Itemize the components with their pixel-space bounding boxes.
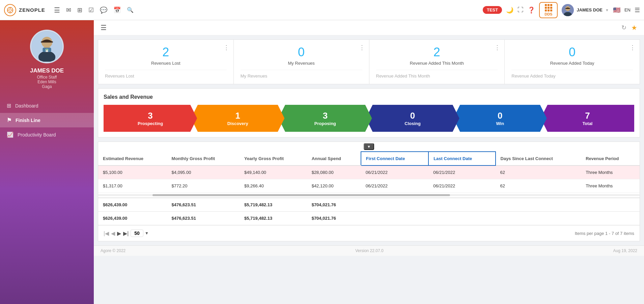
stat-card-revenue-today: ⋮ 0 Revenue Added Today Revenue Added To… <box>504 39 640 84</box>
card-menu-icon-1[interactable]: ⋮ <box>223 44 229 51</box>
cell-estimated-revenue: $1,317.00 <box>98 179 167 193</box>
cell-first-connect: 06/21/2022 <box>361 165 428 179</box>
nav-hamburger-icon[interactable]: ☰ <box>54 6 60 14</box>
scroll-thumb[interactable] <box>152 194 450 196</box>
stat-number-revenue-today: 0 <box>511 45 633 59</box>
search-icon[interactable]: 🔍 <box>127 7 134 13</box>
grand-revenue-period <box>581 212 640 225</box>
pagination-info: Items per page 1 - 7 of 7 items <box>575 231 634 236</box>
per-page-value: 50 <box>131 230 143 237</box>
dds-label: DDS <box>544 12 552 16</box>
funnel-num-win: 0 <box>498 111 502 121</box>
dashboard-icon: ⊞ <box>7 102 11 109</box>
stat-title-my-revenues: My Revenues <box>241 61 362 66</box>
cell-monthly-gp: $772.20 <box>167 179 240 193</box>
card-menu-icon-3[interactable]: ⋮ <box>494 44 500 51</box>
stat-title-revenues-lost: Revenues Lost <box>105 61 227 66</box>
col-estimated-revenue: Estimated Revenue <box>98 152 167 165</box>
user-area[interactable]: JAMES DOE ▼ <box>562 4 609 16</box>
card-menu-icon-2[interactable]: ⋮ <box>359 44 365 51</box>
profile-org: Gaga <box>42 84 52 89</box>
sidebar-item-label-productivity: Productivity Board <box>18 132 56 138</box>
card-menu-icon-4[interactable]: ⋮ <box>629 44 636 51</box>
logo-area: ZENOPLE <box>4 4 45 16</box>
refresh-icon[interactable]: ↻ <box>621 24 626 31</box>
funnel-label-win: Win <box>496 121 504 126</box>
chat-icon[interactable]: 💬 <box>100 6 107 14</box>
prev-page-button[interactable]: ◀ <box>111 230 115 237</box>
funnel-stage-closing[interactable]: 0Closing <box>366 105 459 132</box>
profile-name: JAMES DOE <box>30 67 64 74</box>
sidebar-item-label-finishline: Finish Line <box>16 118 40 123</box>
options-icon[interactable]: ☰ <box>635 6 640 14</box>
cell-annual-spend: $42,120.00 <box>307 179 361 193</box>
total-first-connect <box>361 198 428 212</box>
next-page-button[interactable]: ▶ <box>117 230 121 237</box>
dds-button[interactable]: DDS <box>539 2 558 18</box>
secondary-header: ☰ ↻ ★ <box>94 20 644 35</box>
footer-bar: Agore © 2022 Version 22.07.0 Aug 19, 202… <box>94 245 644 256</box>
column-selector-button[interactable]: ▼ <box>364 143 374 150</box>
profile-location: Eden Mills <box>37 80 56 84</box>
stat-card-revenues-lost: ⋮ 2 Revenues Lost Revenues Lost <box>98 39 233 84</box>
secondary-hamburger-icon[interactable]: ☰ <box>101 24 107 32</box>
pagination-bar: |◀ ◀ ▶ ▶| 50 ▼ Items per page 1 - 7 of 7… <box>98 225 640 241</box>
stat-number-revenues-lost: 2 <box>105 45 227 59</box>
column-dropdown: ▼ <box>98 143 640 150</box>
grid-icon[interactable]: ⊞ <box>77 6 82 14</box>
grand-annual-spend: $704,021.76 <box>307 212 361 225</box>
sidebar-item-productivity[interactable]: 📈 Productivity Board <box>0 127 94 142</box>
logo-icon <box>4 4 16 16</box>
per-page-select[interactable]: 50 ▼ <box>131 230 148 237</box>
grand-monthly-gp: $476,623.51 <box>167 212 240 225</box>
avatar <box>562 4 574 16</box>
funnel-label-discovery: Discovery <box>227 121 248 126</box>
sidebar: JAMES DOE Office Staff Eden Mills Gaga ⊞… <box>0 20 94 304</box>
col-yearly-gross-profit: Yearly Gross Profit <box>240 152 307 165</box>
funnel-stage-prospecting[interactable]: 3Prospecting <box>104 105 197 132</box>
finishline-icon: ⚑ <box>7 117 11 123</box>
dark-mode-icon[interactable]: 🌙 <box>506 6 513 14</box>
cell-days-since: 62 <box>496 179 581 193</box>
sales-section: Sales and Revenue 3Prospecting1Discovery… <box>98 88 640 138</box>
stat-subtitle-revenue-month: Revenue Added This Month <box>376 70 498 79</box>
col-days-since-last-connect: Days Since Last Connect <box>496 152 581 165</box>
calendar-icon[interactable]: 📅 <box>113 6 121 14</box>
cell-last-connect: 06/21/2022 <box>428 179 495 193</box>
star-icon[interactable]: ★ <box>631 24 637 32</box>
stat-subtitle-revenues-lost: Revenues Lost <box>105 70 227 79</box>
funnel-stage-discovery[interactable]: 1Discovery <box>191 105 284 132</box>
funnel-stage-total[interactable]: 7Total <box>541 105 634 132</box>
funnel: 3Prospecting1Discovery3Proposing0Closing… <box>104 105 634 132</box>
main-content: ☰ ↻ ★ ⋮ 2 Revenues Lost Revenues Lost ⋮ … <box>94 20 644 304</box>
stat-title-revenue-month: Revenue Added This Month <box>376 61 498 66</box>
sidebar-item-dashboard[interactable]: ⊞ Dashboard <box>0 98 94 113</box>
col-first-connect-date: First Connect Date <box>361 152 428 165</box>
sidebar-item-finishline[interactable]: ⚑ Finish Line <box>0 113 94 127</box>
mail-icon[interactable]: ✉ <box>66 6 71 14</box>
funnel-label-total: Total <box>582 121 592 126</box>
stat-card-my-revenues: ⋮ 0 My Revenues My Revenues <box>233 39 369 84</box>
layout: JAMES DOE Office Staff Eden Mills Gaga ⊞… <box>0 20 644 304</box>
table-section: ▼ Estimated Revenue Monthly Gross Profit… <box>98 142 640 241</box>
test-badge: TEST <box>483 6 502 14</box>
cell-first-connect: 06/21/2022 <box>361 179 428 193</box>
first-page-button[interactable]: |◀ <box>104 230 109 237</box>
check-icon[interactable]: ☑ <box>88 6 94 14</box>
table-scroll[interactable]: Estimated Revenue Monthly Gross Profit Y… <box>98 151 640 225</box>
cell-estimated-revenue: $5,100.00 <box>98 165 167 179</box>
cell-yearly-gp: $49,140.00 <box>240 165 307 179</box>
footer-date: Aug 19, 2022 <box>613 248 637 253</box>
secondary-right: ↻ ★ <box>621 24 637 32</box>
cell-revenue-period: Three Months <box>581 179 640 193</box>
stat-subtitle-revenue-today: Revenue Added Today <box>511 70 633 79</box>
funnel-stage-proposing[interactable]: 3Proposing <box>278 105 372 132</box>
funnel-label-closing: Closing <box>404 121 421 126</box>
last-page-button[interactable]: ▶| <box>123 230 129 237</box>
fullscreen-icon[interactable]: ⛶ <box>517 6 524 13</box>
cell-days-since: 62 <box>496 165 581 179</box>
grand-total-row: $626,439.00 $476,623.51 $5,719,482.13 $7… <box>98 212 640 225</box>
funnel-stage-win[interactable]: 0Win <box>453 105 547 132</box>
help-icon[interactable]: ❓ <box>528 6 535 14</box>
cell-last-connect: 06/21/2022 <box>428 165 495 179</box>
